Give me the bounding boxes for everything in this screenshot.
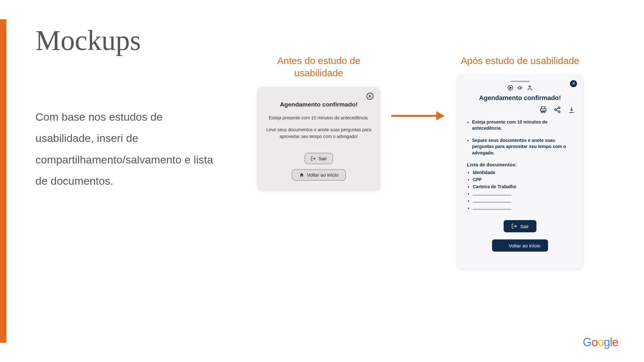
assist-icon[interactable] xyxy=(526,85,533,91)
exit-button[interactable]: Sair xyxy=(504,220,537,232)
list-item: Esteja presente com 10 minutos de antece… xyxy=(472,119,575,132)
home-label: Voltar ao início xyxy=(509,243,540,248)
svg-point-4 xyxy=(558,111,560,113)
megaphone-icon[interactable] xyxy=(517,85,523,91)
play-icon[interactable] xyxy=(507,85,514,91)
instruction-list: Esteja presente com 10 minutos de antece… xyxy=(465,119,575,156)
share-icon[interactable] xyxy=(554,106,561,113)
list-item: Carteira de Trabalho xyxy=(473,184,575,189)
print-icon[interactable] xyxy=(540,106,547,113)
after-heading: Agendamento confirmado! xyxy=(465,94,575,102)
svg-point-1 xyxy=(529,86,531,87)
drag-handle xyxy=(510,81,530,82)
page-title: Mockups xyxy=(35,24,141,57)
list-item: Separe seus documentos e anote suas perg… xyxy=(472,137,575,156)
column-after: Após estudo de usabilidade ✕ Agendamento… xyxy=(451,55,589,268)
accent-bar xyxy=(0,19,6,343)
close-icon[interactable]: ✕ xyxy=(366,93,374,100)
after-label: Após estudo de usabilidade xyxy=(451,55,589,67)
accessibility-icons xyxy=(465,85,575,91)
before-text-1: Esteja presente com 10 minutos de antece… xyxy=(264,115,374,121)
logout-icon xyxy=(311,156,316,161)
exit-button[interactable]: Sair xyxy=(305,153,333,164)
list-item: CPF xyxy=(473,177,575,182)
list-item xyxy=(473,191,575,196)
before-text-2: Leve seus documentos e anote suas pergun… xyxy=(264,126,374,140)
close-icon[interactable]: ✕ xyxy=(570,80,577,87)
column-before: Antes do estudo de usabilidade ✕ Agendam… xyxy=(254,55,383,190)
home-button[interactable]: Voltar ao início xyxy=(492,239,548,252)
svg-point-3 xyxy=(555,109,557,111)
action-icons xyxy=(465,106,575,113)
mockup-after: ✕ Agendamento confirmado! Esteja present… xyxy=(457,75,583,269)
mockup-before: ✕ Agendamento confirmado! Esteja present… xyxy=(258,87,380,190)
download-icon[interactable] xyxy=(568,106,575,113)
exit-label: Sair xyxy=(520,224,529,229)
logout-icon xyxy=(511,223,517,229)
list-item xyxy=(473,205,575,210)
svg-point-2 xyxy=(558,107,560,108)
list-item: Identidade xyxy=(473,170,575,175)
home-icon xyxy=(500,243,506,248)
home-button[interactable]: Voltar ao início xyxy=(292,169,346,181)
list-item xyxy=(473,198,575,203)
before-label: Antes do estudo de usabilidade xyxy=(254,55,383,79)
home-icon xyxy=(299,172,304,178)
before-heading: Agendamento confirmado! xyxy=(264,101,374,108)
docs-list: Identidade CPF Carteira de Trabalho xyxy=(465,170,575,210)
home-label: Voltar ao início xyxy=(307,172,338,178)
exit-label: Sair xyxy=(318,156,327,161)
docs-heading: Lista de documentos: xyxy=(467,162,575,167)
google-logo: Google xyxy=(583,336,618,349)
arrow-icon xyxy=(391,111,446,121)
body-paragraph: Com base nos estudos de usabilidade, ins… xyxy=(35,106,222,191)
